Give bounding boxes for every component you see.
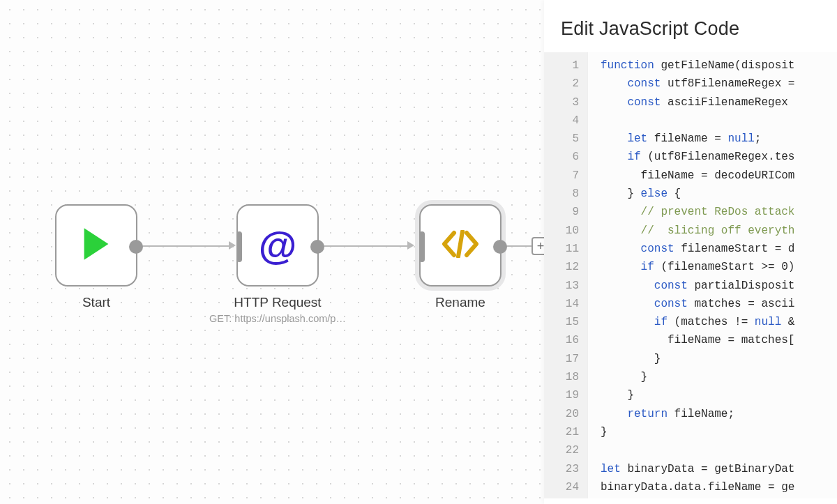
- panel-title: Edit JavaScript Code: [544, 0, 837, 52]
- edit-code-panel: Edit JavaScript Code 1234567891011121314…: [544, 0, 837, 504]
- line-gutter: 123456789101112131415161718192021222324: [544, 52, 587, 498]
- node-rename[interactable]: Rename: [391, 204, 530, 310]
- port-in[interactable]: [419, 231, 425, 262]
- port-out[interactable]: [310, 240, 324, 254]
- play-icon: [81, 227, 112, 264]
- at-icon: @: [259, 226, 297, 265]
- workflow-canvas[interactable]: Start @ HTTP Request GET: https://unspla…: [0, 0, 544, 504]
- port-in[interactable]: [236, 231, 242, 262]
- node-label: Rename: [391, 295, 530, 310]
- node-start[interactable]: Start: [27, 204, 166, 310]
- port-out[interactable]: [129, 240, 143, 254]
- node-label: HTTP Request: [208, 295, 347, 310]
- node-label: Start: [27, 295, 166, 310]
- port-out[interactable]: [493, 240, 507, 254]
- code-editor[interactable]: 123456789101112131415161718192021222324 …: [544, 52, 837, 498]
- node-subtitle: GET: https://unsplash.com/p…: [208, 313, 347, 324]
- code-area[interactable]: function getFileName(disposit const utf8…: [587, 52, 837, 498]
- code-icon: [442, 230, 478, 261]
- node-http-request[interactable]: @ HTTP Request GET: https://unsplash.com…: [208, 204, 347, 324]
